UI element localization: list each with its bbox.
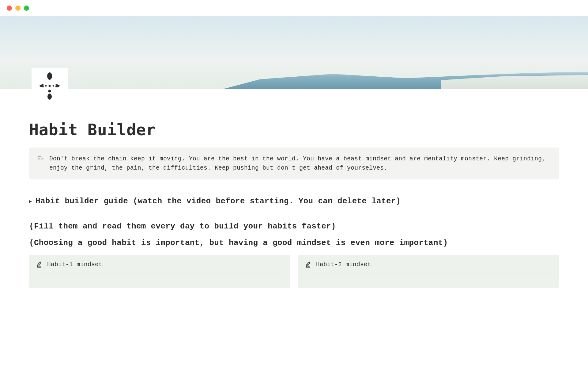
maximize-window-button[interactable] [24, 6, 29, 11]
habit-card-title: Habit-2 mindset [316, 261, 371, 268]
toggle-arrow-icon: ▶ [29, 198, 32, 204]
toggle-heading-text: Habit builder guide (watch the video bef… [36, 197, 401, 206]
habit-card-1[interactable]: Habit-1 mindset [29, 255, 290, 288]
svg-point-3 [53, 85, 54, 86]
toggle-heading[interactable]: ▶ Habit builder guide (watch the video b… [29, 197, 559, 206]
svg-point-0 [47, 72, 52, 80]
pencil-lines-icon [37, 155, 44, 162]
habit-card-2[interactable]: Habit-2 mindset [298, 255, 559, 288]
habit-cards-row: Habit-1 mindset Habit-2 mindset [29, 255, 559, 288]
minimize-window-button[interactable] [15, 6, 21, 11]
svg-point-4 [48, 90, 51, 92]
page-cover-image[interactable] [0, 16, 588, 89]
svg-point-2 [45, 85, 47, 86]
callout-block[interactable]: Don't break the chain keep it moving. Yo… [29, 148, 559, 179]
page-content: Habit Builder Don't break the chain keep… [0, 89, 588, 288]
chess-knight-icon [305, 261, 311, 268]
window-titlebar [0, 0, 588, 16]
habit-card-title: Habit-1 mindset [47, 261, 102, 268]
subheading-1[interactable]: (Fill them and read them every day to bu… [29, 222, 559, 231]
chess-knight-icon [36, 261, 42, 268]
page-icon[interactable] [32, 68, 68, 104]
subheading-2[interactable]: (Choosing a good habit is important, but… [29, 238, 559, 247]
page-title[interactable]: Habit Builder [29, 121, 559, 139]
svg-point-1 [49, 85, 51, 87]
callout-text[interactable]: Don't break the chain keep it moving. Yo… [49, 154, 551, 173]
close-window-button[interactable] [7, 6, 12, 11]
habit-card-header: Habit-2 mindset [305, 261, 552, 273]
habit-card-header: Habit-1 mindset [36, 261, 283, 273]
svg-point-5 [47, 94, 52, 100]
focus-icon [38, 71, 62, 101]
